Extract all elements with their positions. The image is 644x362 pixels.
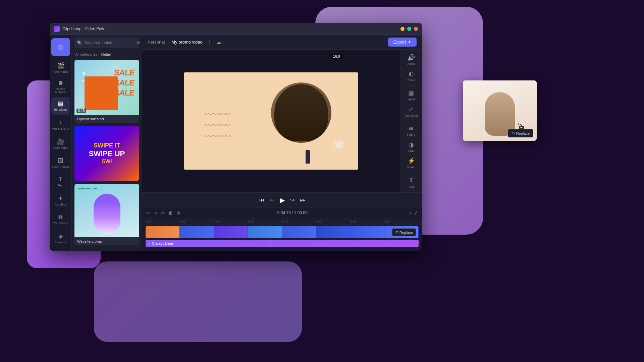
more-options-button[interactable]: ⋮: [205, 38, 213, 46]
timeline-ruler: 0:00 0:01 0:02 0:03 0:04 0:05 0:06 0:07: [142, 218, 422, 225]
templates-grid: ✦+ SALE SALE SALE 0:15 Upbeat sales ad: [72, 58, 142, 251]
export-chevron-icon: ▼: [408, 40, 411, 44]
rp-divider-3: [405, 173, 418, 173]
website-url-text: WEBSITE.COM: [78, 187, 97, 190]
template-card-swipe-up[interactable]: SWIPE IT SWIPE UP SWI: [74, 126, 139, 181]
delete-button[interactable]: 🗑: [168, 210, 173, 216]
rp-audio[interactable]: 🔊 Audio: [402, 52, 421, 67]
app-logo: [54, 26, 60, 32]
template-card-upbeat-sales[interactable]: ✦+ SALE SALE SALE 0:15 Upbeat sales ad: [74, 60, 139, 123]
skip-back-button[interactable]: ⏮: [259, 197, 265, 203]
floating-replace-button[interactable]: ⟲ Replace: [508, 129, 533, 137]
sidebar-logo[interactable]: ▦: [51, 38, 70, 56]
filters-icon: ≋: [409, 125, 414, 132]
rp-divider-1: [405, 85, 418, 86]
rp-text-icon: T: [409, 176, 413, 184]
filter-icon[interactable]: ⚙: [137, 41, 140, 45]
rp-fade[interactable]: ◑ Fade: [402, 139, 421, 154]
right-panel: 🔊 Audio ◐ Colour ▦ Layout ⤢ Transform: [400, 50, 422, 192]
fade-icon: ◑: [409, 141, 414, 148]
titlebar: Clipchamp - Video Editor — □ ✕: [50, 23, 422, 35]
zoom-controls: − + ⤢: [405, 210, 418, 216]
sidebar-item-templates[interactable]: ▦ Templates: [51, 97, 70, 115]
sidebar-item-transitions[interactable]: ⧉ Transitions: [51, 211, 70, 229]
expand-button[interactable]: ⤢: [414, 210, 418, 216]
music-icon: ♪: [59, 119, 62, 126]
breadcrumb-separator: ›: [99, 52, 100, 56]
rp-transform[interactable]: ⤢ Transform: [402, 104, 421, 119]
sidebar-item-text[interactable]: T Text: [51, 173, 70, 191]
zoom-in-button[interactable]: +: [409, 210, 412, 216]
nav-personal[interactable]: Personal: [148, 40, 165, 45]
template-name-website: Website promo: [74, 237, 139, 245]
replace-label: Replace: [399, 230, 413, 234]
nav-project-title[interactable]: My promo video: [171, 40, 202, 45]
audio-track[interactable]: ♪ Chicago Blues: [146, 240, 419, 247]
templates-icon: ▦: [58, 100, 63, 107]
wave-decoration: 〰〰〰〰〰〰〰〰〰: [204, 109, 230, 142]
sidebar-item-stock-images[interactable]: 🖼 Stock images: [51, 154, 70, 172]
minimize-button[interactable]: —: [400, 27, 405, 31]
template-card-website[interactable]: WEBSITE.COM Website promo: [74, 184, 139, 245]
media-icon: 🎬: [57, 62, 64, 69]
rewind-button[interactable]: ↩: [270, 197, 274, 203]
ruler-marks: 0:00 0:01 0:02 0:03 0:04 0:05 0:06 0:07: [146, 220, 419, 223]
sidebar-item-graphics[interactable]: ✦ Graphics: [51, 192, 70, 209]
window-controls: — □ ✕: [400, 27, 418, 31]
track-replace-button[interactable]: ⟲ Replace: [392, 229, 416, 236]
play-button[interactable]: ▶: [280, 196, 285, 204]
maximize-button[interactable]: □: [407, 27, 411, 31]
templates-panel: 🔍 ⚙ All categories › Retail ✦+ SALE: [72, 35, 142, 251]
rp-divider-2: [405, 121, 418, 121]
sync-icon[interactable]: ☁: [216, 39, 221, 45]
cut-button[interactable]: ✂: [161, 210, 165, 216]
main-window: Clipchamp - Video Editor — □ ✕ ▦ 🎬 Your …: [50, 23, 422, 251]
rp-layout[interactable]: ▦ Layout: [402, 88, 421, 103]
skip-forward-button[interactable]: ▸▸: [300, 197, 305, 203]
close-button[interactable]: ✕: [414, 27, 418, 31]
transitions-icon: ⧉: [58, 214, 63, 221]
timeline-tracks: ⟲ Replace ♪ Chicago Blues: [142, 225, 422, 248]
search-input[interactable]: [84, 41, 135, 45]
text-icon: T: [59, 176, 62, 183]
sidebar-item-stock-video[interactable]: 🎥 Stock video: [51, 135, 70, 153]
sidebar-item-your-media[interactable]: 🎬 Your media: [51, 59, 70, 77]
sidebar-item-record-create[interactable]: ⏺ Record& create: [51, 78, 70, 96]
sidebar-item-music-sfx[interactable]: ♪ Music & SFX: [51, 116, 70, 134]
window-title: Clipchamp - Video Editor: [62, 26, 400, 31]
aspect-ratio-badge: 16:9: [330, 54, 343, 59]
timeline-playhead[interactable]: [270, 225, 270, 248]
add-media-button[interactable]: ⊕: [176, 210, 180, 216]
replace-icon: ⟲: [395, 230, 398, 235]
undo-button[interactable]: ↩: [146, 210, 150, 216]
star-decoration-preview: ✱: [333, 137, 345, 153]
stock-video-icon: 🎥: [57, 138, 64, 145]
search-bar: 🔍 ⚙: [74, 38, 139, 48]
website-thumbnail: WEBSITE.COM: [74, 184, 139, 237]
editor-breadcrumb-nav: Personal › My promo video ⋮ ☁: [148, 38, 385, 46]
zoom-out-button[interactable]: −: [405, 210, 407, 216]
redo-button[interactable]: ↪: [154, 210, 158, 216]
video-track[interactable]: ⟲ Replace: [146, 226, 419, 238]
audio-track-icon: ♪: [148, 242, 150, 245]
breadcrumb-all-categories[interactable]: All categories: [75, 52, 97, 56]
rp-text[interactable]: T Text: [402, 175, 421, 190]
layout-icon: ▦: [408, 89, 414, 97]
rp-colour[interactable]: ◐ Colour: [402, 68, 421, 83]
sidebar-item-brand-kit[interactable]: ◈ Brand kit: [51, 230, 70, 247]
template-name-upbeat: Upbeat sales ad: [74, 115, 139, 123]
sale-orange-block: [85, 76, 118, 110]
rp-filters[interactable]: ≋ Filters: [402, 123, 421, 138]
sale-thumbnail: ✦+ SALE SALE SALE 0:15: [74, 60, 139, 115]
track-thumbnails: [146, 226, 419, 238]
person-silhouette: [274, 84, 328, 141]
speed-icon: ⚡: [408, 157, 415, 165]
left-sidebar: ▦ 🎬 Your media ⏺ Record& create ▦ Templa…: [50, 35, 72, 251]
collapse-handle[interactable]: ‹: [306, 150, 310, 164]
export-button[interactable]: Export ▼: [388, 38, 417, 47]
transform-icon: ⤢: [409, 106, 414, 113]
playback-controls: ⏮ ↩ ▶ ↪ ▸▸: [142, 192, 422, 207]
forward-button[interactable]: ↪: [290, 197, 294, 203]
rp-speed[interactable]: ⚡ Speed: [402, 156, 421, 170]
swipe-thumbnail: SWIPE IT SWIPE UP SWI: [74, 126, 139, 181]
